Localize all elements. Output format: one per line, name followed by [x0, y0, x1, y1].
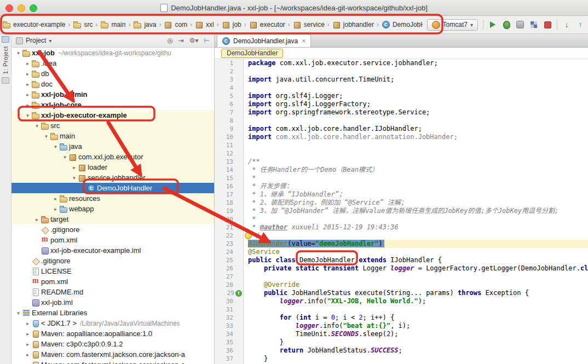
code-line-11[interactable]	[248, 141, 588, 149]
tree-item-loader[interactable]: ▸loader	[11, 162, 214, 172]
code-editor[interactable]: package com.xxl.job.executor.service.job…	[244, 59, 588, 364]
tree-item-demojobhandler[interactable]: DemoJobHandler	[11, 183, 214, 193]
code-line-23[interactable]: @JobHander(value="demoJobHandler")	[248, 240, 588, 248]
code-line-25[interactable]: public class DemoJobHandler extends IJob…	[248, 256, 588, 264]
expanded-arrow-icon[interactable]: ▾	[15, 50, 22, 56]
tree-item-xxl-job-core[interactable]: ▸xxl-job-core	[11, 100, 214, 110]
collapsed-arrow-icon[interactable]: ▸	[24, 71, 31, 77]
code-line-16[interactable]: * 开发步骤：	[248, 182, 588, 190]
tree-item-xxl-job-executor-example-iml[interactable]: xxl-job-executor-example.iml	[11, 245, 214, 256]
code-line-26[interactable]: private static transient Logger logger =…	[248, 264, 588, 273]
tree-item-db[interactable]: ▸db	[11, 68, 214, 79]
code-line-30[interactable]: logger.info("XXL-JOB, Hello World.");	[248, 297, 588, 305]
breadcrumb-item-executor-example[interactable]: executor-example	[1, 20, 66, 30]
code-line-9[interactable]: import com.xxl.job.core.handler.IJobHand…	[248, 125, 588, 133]
tree-item-maven-aopalliance-aopalliance-1-0[interactable]: ▸Maven: aopalliance:aopalliance:1.0	[11, 328, 214, 339]
tree-item-service-jobhandler[interactable]: ▾service.jobhandler	[11, 172, 214, 183]
expanded-arrow-icon[interactable]: ▾	[43, 134, 50, 139]
editor-tab-demojobhandler[interactable]: DemoJobHandler.java ×	[217, 34, 311, 47]
tree-item-maven-c3p0-c3p0-0-9-1-2[interactable]: ▸Maven: c3p0:c3p0:0.9.1.2	[11, 339, 214, 349]
expanded-arrow-icon[interactable]: ▾	[15, 310, 22, 316]
code-line-6[interactable]: import org.slf4j.LoggerFactory;	[248, 100, 588, 108]
code-line-31[interactable]	[248, 305, 588, 314]
code-line-18[interactable]: * 2、装配到Spring，例如加 “@Service” 注解；	[248, 199, 588, 207]
expanded-arrow-icon[interactable]: ▾	[24, 113, 31, 118]
tree-item-jdk1-7[interactable]: ▸< JDK1.7 >/Library/Java/JavaVirtualMach…	[11, 318, 214, 328]
breadcrumb-item-demojobhandler[interactable]: DemoJobHandler	[381, 20, 423, 30]
code-line-17[interactable]: * 1、继承 “IJobHandler”；	[248, 190, 588, 199]
code-line-37[interactable]: }	[248, 355, 588, 363]
expanded-arrow-icon[interactable]: ▾	[52, 144, 59, 149]
tree-item-xxl-job[interactable]: ▾xxl-job~/workspaces/idea-git-workspace/…	[11, 48, 214, 58]
code-line-28[interactable]: @Override	[248, 281, 588, 289]
vcs-commit-button[interactable]: ↑	[576, 20, 585, 29]
tree-item-gitignore[interactable]: .gitignore	[11, 256, 214, 266]
collapsed-arrow-icon[interactable]: ▸	[71, 165, 78, 170]
collapsed-arrow-icon[interactable]: ▸	[33, 217, 41, 222]
tree-item-xxl-job-executor-example[interactable]: ▾xxl-job-executor-example	[11, 110, 214, 120]
code-line-1[interactable]: package com.xxl.job.executor.service.job…	[248, 59, 588, 67]
collapsed-arrow-icon[interactable]: ▸	[24, 92, 31, 97]
coverage-button[interactable]	[516, 20, 524, 29]
breadcrumb-item-main[interactable]: main	[99, 20, 126, 30]
tree-item-readme-md[interactable]: README.md	[11, 287, 214, 297]
collapsed-arrow-icon[interactable]: ▸	[24, 331, 31, 337]
code-line-33[interactable]: logger.info("beat at:{}", i);	[248, 322, 588, 330]
code-line-36[interactable]: return JobHandleStatus.SUCCESS;	[248, 346, 588, 355]
tree-item-webapp[interactable]: ▸webapp	[11, 204, 214, 214]
run-with-coverage-button[interactable]	[529, 20, 538, 29]
settings-gear-icon[interactable]: ⚙▾	[189, 37, 199, 44]
locate-icon[interactable]: ◎	[167, 37, 172, 44]
breadcrumb-item-jobhandler[interactable]: jobhandler	[331, 20, 375, 30]
code-line-14[interactable]: * 任务Handler的一个Demo（Bean模式）	[248, 166, 588, 174]
run-configuration-select[interactable]: Tomcat7 ▾	[427, 19, 478, 31]
run-button[interactable]	[488, 20, 497, 29]
code-line-32[interactable]: for (int i = 0; i < 2; i++) {	[248, 314, 588, 322]
project-tool-window-tab[interactable]: 1: Project	[2, 46, 9, 74]
code-line-5[interactable]: import org.slf4j.Logger;	[248, 92, 588, 100]
code-line-13[interactable]: /**	[248, 158, 588, 166]
zoom-window-button[interactable]	[30, 4, 37, 12]
tool-window-icon-secondary[interactable]	[2, 77, 9, 84]
close-tab-icon[interactable]: ×	[302, 37, 306, 45]
tree-item-pom-xml[interactable]: pom.xml	[11, 276, 214, 287]
code-line-3[interactable]: import java.util.concurrent.TimeUnit;	[248, 76, 588, 84]
code-line-21[interactable]: * @author xuxueli 2015-12-19 19:43:36	[248, 223, 588, 232]
tree-item-xxl-job-admin[interactable]: ▸xxl-job-admin	[11, 89, 214, 100]
collapsed-arrow-icon[interactable]: ▸	[24, 362, 31, 364]
vcs-update-button[interactable]: ↓	[562, 20, 571, 29]
breadcrumb-item-src[interactable]: src	[72, 20, 94, 30]
tree-item-target[interactable]: ▸target	[11, 214, 214, 224]
collapsed-arrow-icon[interactable]: ▸	[24, 321, 31, 326]
tree-item-doc[interactable]: ▸doc	[11, 79, 214, 89]
code-line-19[interactable]: * 3、加 “@JobHander” 注解，注解value值为新增任务生成的Jo…	[248, 207, 588, 215]
tree-item-com-xxl-job-executor[interactable]: ▾com.xxl.job.executor	[11, 152, 214, 162]
project-view-dropdown[interactable]: Project ▾	[16, 37, 51, 44]
debug-button[interactable]	[502, 20, 511, 29]
tree-item-external-libraries[interactable]: ▾External Libraries	[11, 308, 214, 318]
code-line-12[interactable]	[248, 149, 588, 158]
breadcrumb-item-java[interactable]: java	[132, 20, 157, 30]
tree-item-pom-xml[interactable]: pom.xml	[11, 235, 214, 245]
collapsed-arrow-icon[interactable]: ▸	[24, 342, 31, 347]
tree-item-maven-com-fasterxml-jackson-core-jackson-a[interactable]: ▸Maven: com.fasterxml.jackson.core:jacks…	[11, 349, 214, 360]
code-line-4[interactable]	[248, 84, 588, 92]
tree-item-main[interactable]: ▾main	[11, 131, 214, 141]
collapsed-arrow-icon[interactable]: ▸	[24, 352, 31, 357]
breadcrumb-item-job[interactable]: job	[221, 20, 243, 30]
code-line-7[interactable]: import org.springframework.stereotype.Se…	[248, 108, 588, 117]
close-window-button[interactable]	[5, 4, 13, 12]
tree-item-xxl-job-iml[interactable]: xxl-job.iml	[11, 297, 214, 308]
code-line-20[interactable]: *	[248, 215, 588, 223]
tree-item-maven-com-fasterxml-jackson-core-jackson-c[interactable]: ▸Maven: com.fasterxml.jackson.core:jacks…	[11, 360, 214, 364]
breadcrumb-item-com[interactable]: com	[163, 20, 188, 30]
code-line-15[interactable]: *	[248, 174, 588, 182]
breadcrumb-item-xxl[interactable]: xxl	[194, 20, 215, 30]
expanded-arrow-icon[interactable]: ▾	[33, 123, 41, 129]
minimize-window-button[interactable]	[18, 4, 25, 12]
stop-button[interactable]	[543, 20, 552, 29]
breadcrumb-item-executor[interactable]: executor	[248, 20, 286, 30]
code-line-29[interactable]: public JobHandleStatus execute(String...…	[248, 289, 588, 297]
collapsed-arrow-icon[interactable]: ▸	[52, 206, 59, 212]
expanded-arrow-icon[interactable]: ▾	[71, 175, 78, 181]
